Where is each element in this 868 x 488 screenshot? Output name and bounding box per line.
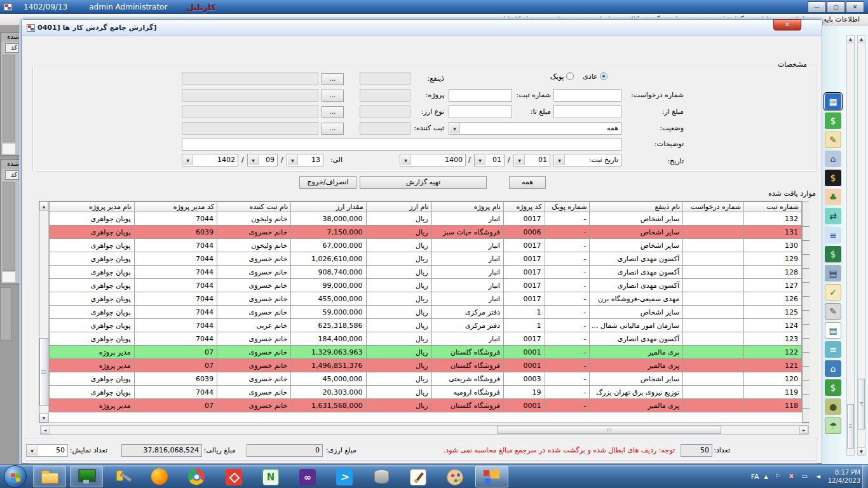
- visual-studio-button[interactable]: ∞: [291, 466, 324, 487]
- report-close-button[interactable]: ✕: [773, 19, 801, 30]
- checklist-icon[interactable]: ≡: [825, 341, 841, 358]
- date-type-combobox[interactable]: تاریخ ثبت: ▼: [553, 154, 621, 166]
- terminal-app-button[interactable]: [70, 466, 103, 487]
- locked-note-icon[interactable]: ✎: [825, 303, 841, 320]
- paint-button[interactable]: [438, 466, 471, 487]
- menu-item[interactable]: اطلاعات پایه: [817, 15, 865, 24]
- maximize-button[interactable]: ▢: [827, 1, 845, 13]
- vscode-button[interactable]: >: [328, 466, 361, 487]
- radio-pooyak[interactable]: پویک: [550, 72, 574, 81]
- column-header[interactable]: نام مدیر پروژه: [50, 202, 135, 212]
- grid-horizontal-scrollbar[interactable]: ◄ ►: [40, 425, 809, 435]
- firefox-button[interactable]: [144, 466, 177, 487]
- language-indicator[interactable]: FA: [751, 473, 759, 481]
- column-header[interactable]: شماره ثبت: [744, 202, 802, 212]
- from-day-combobox[interactable]: 01 ▼: [513, 154, 550, 166]
- register-no-input[interactable]: [449, 89, 512, 102]
- status-combobox[interactable]: همه ▼: [449, 122, 621, 135]
- workspace-app-button[interactable]: [475, 466, 508, 487]
- from-year-combobox[interactable]: 1400 ▼: [400, 154, 466, 166]
- scroll-down-icon[interactable]: ▼: [858, 447, 865, 455]
- bank-coin-icon[interactable]: ⌂: [825, 151, 841, 167]
- table-row[interactable]: 126مهدی سمیعی-فروشگاه برن-0017انبارریال4…: [50, 292, 802, 306]
- form-pencil-icon[interactable]: ✎: [825, 132, 841, 148]
- scrollbar-thumb[interactable]: [847, 404, 854, 449]
- request-no-input[interactable]: [553, 89, 621, 102]
- radio-pooyak-icon[interactable]: [566, 72, 574, 80]
- table-row[interactable]: 123آکسون مهدی انصاری-0017انبارریال184,40…: [50, 332, 802, 346]
- scroll-up-icon[interactable]: ▲: [858, 36, 865, 43]
- column-header[interactable]: کد پروژه: [503, 202, 545, 212]
- column-header[interactable]: مقدار ارز: [291, 202, 366, 212]
- cash-stack-icon[interactable]: $: [825, 379, 841, 396]
- report-window-titlebar[interactable]: [گزارش جامع گردش کار ها [0401 ✕: [22, 20, 822, 36]
- table-row[interactable]: 130سایر اشخاص-0017انبارریال67,000,000خان…: [50, 239, 802, 252]
- radio-normal-icon[interactable]: [600, 72, 607, 80]
- cash-payment-icon[interactable]: $: [825, 112, 841, 129]
- schedule-icon[interactable]: ▤: [825, 322, 841, 339]
- plant-umbrella-icon[interactable]: ☂: [825, 417, 841, 434]
- money-hand-icon[interactable]: $: [825, 246, 841, 262]
- chevron-down-icon[interactable]: ▼: [183, 155, 193, 165]
- money-bag-icon[interactable]: $: [825, 170, 841, 186]
- chevron-down-icon[interactable]: ▼: [288, 155, 298, 165]
- report-check-icon[interactable]: ✓: [825, 284, 841, 301]
- sidebar-scrollbar[interactable]: ▲: [846, 35, 855, 456]
- chevron-down-icon[interactable]: ▼: [401, 155, 411, 165]
- all-button[interactable]: همه: [509, 176, 546, 189]
- clock[interactable]: 8:17 PM 12/4/2023: [828, 468, 860, 485]
- to-day-combobox[interactable]: 13 ▼: [287, 154, 323, 166]
- column-header[interactable]: نام ذینفع: [590, 202, 683, 212]
- column-header[interactable]: نام ثبت کننده: [217, 202, 290, 212]
- anydesk-button[interactable]: [217, 466, 250, 487]
- column-header[interactable]: شماره درخواست: [682, 202, 743, 212]
- table-row[interactable]: 118پری مالمیر-0001فروشگاه گلستانریال1,63…: [50, 399, 802, 412]
- currency-browse-button[interactable]: ...: [322, 106, 344, 118]
- chevron-down-icon[interactable]: ▼: [515, 155, 525, 165]
- minimize-button[interactable]: —: [808, 1, 826, 13]
- table-row[interactable]: 121پری مالمیر-0001فروشگاه گلستانریال1,49…: [50, 359, 802, 372]
- amount-from-input[interactable]: [553, 105, 621, 118]
- table-row[interactable]: 120سایر اشخاص-0003فروشگاه شریعتیریال45,0…: [50, 372, 802, 386]
- volume-icon[interactable]: ◄: [813, 472, 823, 481]
- scroll-up-icon[interactable]: ▲: [847, 36, 854, 43]
- table-row[interactable]: 132سایر اشخاص-0017انبارریال38,000,000خان…: [50, 212, 802, 226]
- table-row[interactable]: 119توزیع نیروی برق تهران بزرگ-19فروشگاه …: [50, 386, 802, 399]
- notepadpp-button[interactable]: N: [254, 466, 287, 487]
- prepare-report-button[interactable]: تهیه گزارش: [360, 176, 487, 189]
- scrollbar-thumb[interactable]: [497, 426, 721, 434]
- scrollbar-thumb[interactable]: [858, 379, 865, 430]
- table-row[interactable]: 129آکسون مهدی انصاری-0017انبارریال1,026,…: [50, 252, 802, 266]
- action-center-flag-icon[interactable]: ⚐: [773, 472, 783, 481]
- ledger-building-icon[interactable]: ⌂: [825, 360, 841, 377]
- currency-exchange-icon[interactable]: ⇄: [825, 208, 841, 224]
- beneficiary-browse-button[interactable]: ...: [322, 73, 344, 85]
- sync-error-icon[interactable]: ✖: [787, 472, 796, 481]
- gimp-button[interactable]: [402, 466, 435, 487]
- database-button[interactable]: [365, 466, 398, 487]
- cancel-exit-button[interactable]: انصراف/خروج: [299, 176, 356, 189]
- table-row[interactable]: 127آکسون مهدی انصاری-0017انبارریال99,000…: [50, 279, 802, 292]
- description-input[interactable]: [182, 138, 621, 151]
- chevron-down-icon[interactable]: ▼: [475, 155, 485, 165]
- tray-expand-icon[interactable]: ▲: [764, 474, 768, 480]
- scroll-right-icon[interactable]: ►: [799, 426, 808, 434]
- pos-terminal-icon[interactable]: ▦: [825, 93, 841, 110]
- table-row[interactable]: 125سایر اشخاص-1دفتر مرکزیریال59,000,000خ…: [50, 306, 802, 319]
- project-browse-button[interactable]: ...: [322, 90, 344, 102]
- produce-hand-icon[interactable]: ♣: [825, 189, 841, 205]
- column-header[interactable]: کد مدیر پروژه: [134, 202, 217, 212]
- chevron-down-icon[interactable]: ▼: [450, 123, 460, 133]
- org-chart-icon[interactable]: ≡: [825, 227, 841, 243]
- close-button[interactable]: ✕: [846, 1, 864, 13]
- table-row[interactable]: 124سازمان امور مالیاتی شمال ...-1دفتر مر…: [50, 319, 802, 332]
- scroll-down-icon[interactable]: ▼: [39, 413, 48, 423]
- grid-vertical-scrollbar[interactable]: ▲ ▼: [39, 201, 49, 423]
- documents-bag-icon[interactable]: ▤: [825, 265, 841, 281]
- coin-jar-icon[interactable]: ●: [825, 398, 841, 415]
- to-month-combobox[interactable]: 09 ▼: [247, 154, 278, 166]
- explorer-button[interactable]: [33, 466, 66, 487]
- table-row[interactable]: 122پری مالمیر-0001فروشگاه گلستانریال1,32…: [50, 346, 802, 359]
- sidebar-scrollbar[interactable]: ▲ ▼: [857, 35, 865, 456]
- chevron-down-icon[interactable]: ▼: [248, 155, 259, 165]
